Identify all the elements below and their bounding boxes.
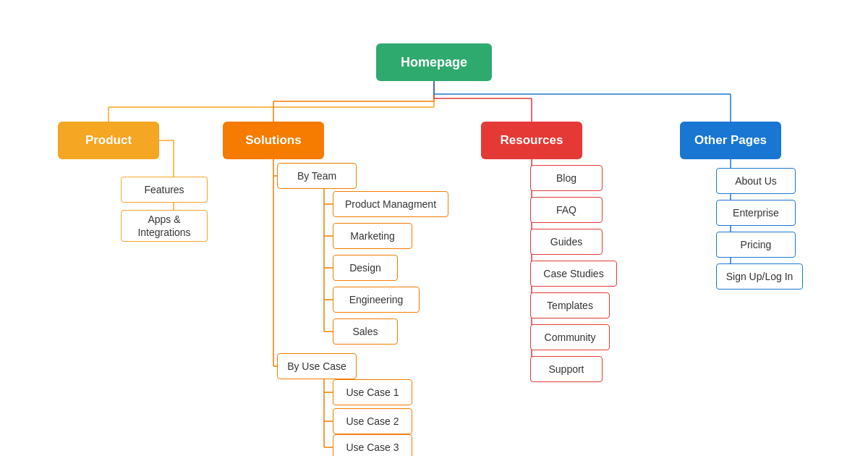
uc3-node: Use Case 3 (333, 434, 412, 456)
resources-label: Resources (501, 133, 563, 148)
pm-node: Product Managment (333, 191, 448, 217)
root-label: Homepage (401, 55, 467, 70)
uc2-label: Use Case 2 (346, 415, 399, 427)
community-node: Community (530, 324, 610, 350)
engineering-node: Engineering (333, 287, 420, 313)
marketing-label: Marketing (350, 230, 394, 242)
uc1-label: Use Case 1 (346, 387, 399, 398)
sales-label: Sales (352, 326, 378, 337)
otherpages-node: Other Pages (680, 122, 781, 159)
faq-label: FAQ (556, 204, 576, 216)
solutions-label: Solutions (245, 133, 301, 148)
byusecase-label: By Use Case (287, 360, 346, 372)
enterprise-label: Enterprise (733, 207, 779, 219)
casestudies-label: Case Studies (543, 268, 603, 279)
uc2-node: Use Case 2 (333, 408, 412, 434)
support-label: Support (548, 363, 584, 375)
templates-label: Templates (547, 300, 593, 311)
features-label: Features (144, 184, 184, 195)
blog-node: Blog (530, 165, 603, 191)
aboutus-label: About Us (735, 175, 777, 187)
signup-label: Sign Up/Log In (726, 271, 793, 282)
engineering-label: Engineering (349, 294, 404, 305)
pricing-label: Pricing (741, 239, 772, 250)
root-node: Homepage (376, 43, 492, 81)
faq-node: FAQ (530, 197, 603, 223)
blog-label: Blog (556, 172, 576, 184)
guides-node: Guides (530, 229, 603, 255)
support-node: Support (530, 356, 603, 382)
byteam-label: By Team (297, 170, 336, 182)
uc3-label: Use Case 3 (346, 442, 399, 453)
design-node: Design (333, 255, 398, 281)
pricing-node: Pricing (716, 232, 796, 258)
community-label: Community (545, 332, 596, 343)
guides-label: Guides (550, 236, 582, 248)
byusecase-node: By Use Case (277, 353, 357, 379)
resources-node: Resources (481, 122, 582, 159)
otherpages-label: Other Pages (694, 133, 767, 148)
uc1-node: Use Case 1 (333, 379, 412, 405)
marketing-node: Marketing (333, 223, 412, 249)
product-node: Product (58, 122, 159, 159)
enterprise-node: Enterprise (716, 200, 796, 226)
pm-label: Product Managment (345, 198, 436, 210)
product-label: Product (85, 133, 132, 148)
signup-node: Sign Up/Log In (716, 263, 803, 290)
sales-node: Sales (333, 318, 398, 345)
templates-node: Templates (530, 292, 610, 318)
apps-label: Apps &Integrations (137, 213, 190, 239)
casestudies-node: Case Studies (530, 261, 617, 287)
features-node: Features (121, 177, 208, 203)
solutions-node: Solutions (223, 122, 324, 159)
byteam-node: By Team (277, 163, 357, 189)
aboutus-node: About Us (716, 168, 796, 194)
design-label: Design (349, 262, 381, 274)
apps-node: Apps &Integrations (121, 210, 208, 242)
